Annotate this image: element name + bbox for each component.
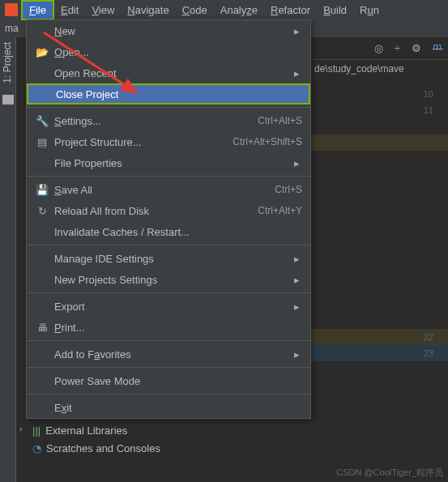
menu-item-power-save[interactable]: Power Save Mode <box>27 370 310 391</box>
menu-run[interactable]: Run <box>353 2 386 19</box>
libraries-icon: ||| <box>32 424 41 437</box>
menu-item-add-to-favorites[interactable]: Add to Favorites▸ <box>27 343 310 365</box>
line-number: 22 <box>424 329 433 345</box>
tree-item-label: Scratches and Consoles <box>46 442 160 454</box>
menu-view[interactable]: View <box>85 2 121 19</box>
menu-item-manage-ide-settings[interactable]: Manage IDE Settings▸ <box>27 248 310 269</box>
folder-open-icon: 📂 <box>35 46 49 58</box>
menu-item-file-properties[interactable]: File Properties▸ <box>27 152 310 173</box>
menu-item-settings[interactable]: 🔧Settings...Ctrl+Alt+S <box>27 110 310 131</box>
menu-refactor[interactable]: Refactor <box>264 2 317 19</box>
file-menu-dropdown: New▸ 📂Open... Open Recent▸ Close Project… <box>26 19 311 419</box>
editor-tab[interactable]: m <box>428 37 446 58</box>
line-number: 23 <box>424 345 433 361</box>
line-number: 10 <box>424 86 433 102</box>
menu-item-invalidate-caches[interactable]: Invalidate Caches / Restart... <box>27 221 310 242</box>
menu-item-exit[interactable]: Exit <box>27 397 310 418</box>
print-icon: 🖶 <box>35 322 49 334</box>
breadcrumb-root[interactable]: ma <box>5 23 19 34</box>
sidebar-tab-project[interactable]: 1: Project <box>0 37 15 88</box>
menu-file[interactable]: File <box>21 0 54 20</box>
save-icon: 💾 <box>35 184 49 196</box>
left-sidebar: 1: Project <box>0 37 16 482</box>
menu-item-print[interactable]: 🖶Print... <box>27 317 310 338</box>
menu-separator <box>27 176 310 177</box>
menu-separator <box>27 292 310 293</box>
structure-icon: ▤ <box>35 136 49 148</box>
menu-code[interactable]: Code <box>176 2 214 19</box>
scratches-icon: ◔ <box>32 442 41 454</box>
menu-item-open-recent[interactable]: Open Recent▸ <box>27 62 310 83</box>
watermark-text: CSDN @CoolTiger_程序员 <box>336 467 443 479</box>
gear-icon[interactable]: ⚙ <box>412 42 421 54</box>
menu-edit[interactable]: Edit <box>54 2 85 19</box>
menu-item-reload[interactable]: ↻Reload All from DiskCtrl+Alt+Y <box>27 200 310 221</box>
file-path-breadcrumb: de\study_code\mave <box>311 60 448 78</box>
menu-item-project-structure[interactable]: ▤Project Structure...Ctrl+Alt+Shift+S <box>27 131 310 152</box>
menu-item-close-project[interactable]: Close Project <box>27 83 310 105</box>
menu-separator <box>27 107 310 108</box>
menu-separator <box>27 394 310 395</box>
menu-separator <box>27 367 310 368</box>
menu-item-open[interactable]: 📂Open... <box>27 41 310 62</box>
menu-separator <box>27 340 310 341</box>
line-number: 11 <box>424 102 433 118</box>
tree-item-external-libraries[interactable]: ||| External Libraries <box>32 421 160 439</box>
tree-item-label: External Libraries <box>45 424 127 437</box>
menu-item-new-projects-settings[interactable]: New Projects Settings▸ <box>27 269 310 290</box>
menubar: File Edit View Navigate Code Analyze Ref… <box>0 0 448 19</box>
reload-icon: ↻ <box>35 205 49 217</box>
menu-build[interactable]: Build <box>317 2 353 19</box>
menu-item-save-all[interactable]: 💾Save AllCtrl+S <box>27 179 310 200</box>
expand-icon[interactable]: › <box>19 424 23 433</box>
line-gutter: 10 11 22 23 <box>424 86 433 361</box>
menu-analyze[interactable]: Analyze <box>214 2 264 19</box>
folder-icon <box>2 95 14 105</box>
tree-item-scratches[interactable]: ◔ Scratches and Consoles <box>32 439 160 457</box>
target-icon[interactable]: ◎ <box>374 42 383 54</box>
menu-separator <box>27 245 310 245</box>
collapse-icon[interactable]: ÷ <box>395 42 400 54</box>
wrench-icon: 🔧 <box>35 115 49 127</box>
menu-item-export[interactable]: Export▸ <box>27 296 310 317</box>
menu-item-new[interactable]: New▸ <box>27 20 310 41</box>
menu-navigate[interactable]: Navigate <box>121 2 175 19</box>
app-logo-icon <box>5 3 18 16</box>
